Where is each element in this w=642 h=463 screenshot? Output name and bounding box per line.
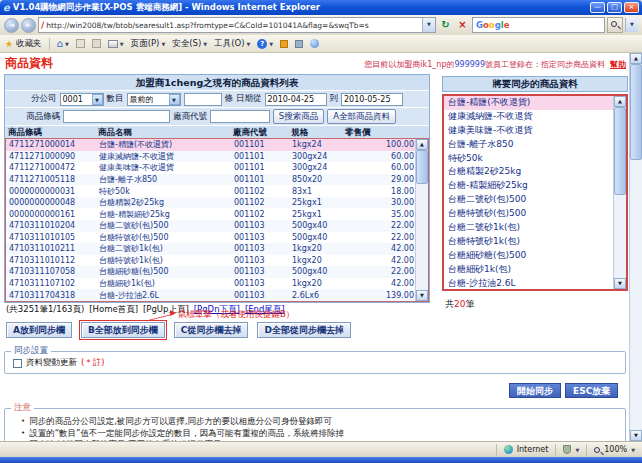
table-row[interactable]: 4710311010112台糖特號砂1k(包)0011031kgx2042.00 xyxy=(6,255,418,267)
product-spec: 2.6Lx6 xyxy=(289,291,343,300)
branch-select[interactable]: 0001 ▼ xyxy=(60,93,104,106)
product-name: 台糖特號砂1k(包) xyxy=(96,255,231,266)
feeds-icon[interactable] xyxy=(76,39,85,48)
sync-list-item[interactable]: 台糖二號砂(包)500 xyxy=(444,193,613,207)
menu-button[interactable]: 工具(O)▼ xyxy=(214,38,250,50)
favorites-button[interactable]: ★ 收藏夹 xyxy=(5,38,42,50)
column-header[interactable]: 零售價 xyxy=(342,126,417,138)
scrollbar-thumb[interactable] xyxy=(416,150,428,184)
sync-list-item[interactable]: 台糖-精製細砂25kg xyxy=(444,179,613,193)
address-field[interactable]: ∕ http://win2008/tw/btob/searesult1.asp?… xyxy=(38,17,436,33)
column-header[interactable]: 商品條碼 xyxy=(5,126,95,138)
barcode-input[interactable] xyxy=(63,110,170,123)
scroll-down-icon[interactable]: ▼ xyxy=(416,290,428,301)
column-header[interactable]: 商品名稱 xyxy=(95,126,230,138)
sync-button[interactable]: B全部放到同步欄 xyxy=(81,322,165,338)
scrollbar-track[interactable] xyxy=(630,160,642,430)
data-update-checkbox[interactable] xyxy=(13,359,22,368)
sync-list-item[interactable]: 台糖-沙拉油2.6L xyxy=(444,277,613,289)
sync-list-item[interactable]: 台糖二號砂1k(包) xyxy=(444,221,613,235)
sync-list-item[interactable]: 健康美味鹽-不收退貨 xyxy=(444,124,613,138)
maximize-button[interactable]: □ xyxy=(607,2,622,13)
scrollbar-track[interactable] xyxy=(416,184,428,290)
column-header[interactable]: 規格 xyxy=(288,126,342,138)
read-mail-icon[interactable] xyxy=(92,39,101,48)
close-button[interactable]: × xyxy=(624,2,639,13)
scrollbar-thumb[interactable] xyxy=(630,64,642,160)
sync-button[interactable]: D全部從同步欄去掉 xyxy=(257,322,350,338)
sync-button[interactable]: A放到同步欄 xyxy=(6,322,72,338)
forward-button[interactable]: ► xyxy=(21,18,36,33)
search-options-icon[interactable]: ▼ xyxy=(625,18,638,32)
table-row[interactable]: 4711271005118台鹽-離子水850001101850x2029.00 xyxy=(6,174,418,186)
scroll-up-icon[interactable]: ▲ xyxy=(614,96,626,107)
table-scrollbar[interactable]: ▲ ▼ xyxy=(415,139,428,301)
table-row[interactable]: 4710311107102台糖細砂1k(包)0011031kgx2042.00 xyxy=(6,278,418,290)
address-dropdown-icon[interactable]: ▼ xyxy=(422,18,435,32)
cancel-button[interactable]: ESC放棄 xyxy=(565,383,618,398)
refresh-button[interactable]: ↻ xyxy=(438,17,453,33)
count-input[interactable] xyxy=(184,93,222,106)
table-row[interactable]: 4710311704318台糖-沙拉油2.6L0011032.6Lx6139.0… xyxy=(6,289,418,301)
scroll-up-icon[interactable]: ▲ xyxy=(630,53,642,64)
table-row[interactable]: 4710311107058台糖細砂糖(包)500001103500gx4022.… xyxy=(6,266,418,278)
table-row[interactable]: 4710311010105台糖特號砂(包)500001103500gx4022.… xyxy=(6,232,418,244)
print-button[interactable]: ▼ xyxy=(108,40,124,48)
sync-list-item[interactable]: 台糖細砂1k(包) xyxy=(444,263,613,277)
table-row[interactable]: 4710311010204台糖二號砂(包)500001103500gx4022.… xyxy=(6,220,418,232)
scrollbar-thumb[interactable] xyxy=(614,107,626,195)
search-products-button[interactable]: S搜索商品 xyxy=(273,109,324,124)
product-barcode: 4710311010105 xyxy=(6,233,96,242)
vendor-input[interactable] xyxy=(210,110,269,123)
menu-button[interactable]: 页面(P)▼ xyxy=(131,38,166,50)
addon-icon[interactable] xyxy=(295,40,303,48)
home-button[interactable]: ⌂ ▼ xyxy=(57,38,69,50)
table-row[interactable]: 4711271000014台鹽-精鹽(不收退貨)0011011kgx24100.… xyxy=(6,139,418,151)
sync-list-scrollbar[interactable]: ▲ ▼ xyxy=(613,96,626,289)
table-row[interactable]: 0000000000161台糖-精製細砂25kg00110225kgx135.0… xyxy=(6,208,418,220)
minimize-button[interactable]: — xyxy=(590,2,605,13)
sync-list-item[interactable]: 台糖細砂糖(包)500 xyxy=(444,249,613,263)
scroll-down-icon[interactable]: ▼ xyxy=(614,278,626,289)
sync-list-item[interactable]: 台鹽-精鹽(不收退貨) xyxy=(444,96,613,110)
count-select[interactable]: 最前的 ▼ xyxy=(127,93,181,106)
back-button[interactable]: ◄ xyxy=(4,18,19,33)
search-button[interactable] xyxy=(607,17,623,33)
sync-list-item[interactable]: 健康減納鹽-不收退貨 xyxy=(444,110,613,124)
table-row[interactable]: 0000000000031特砂50k00110283x118.00 xyxy=(6,185,418,197)
sync-list-item[interactable]: 特砂50k xyxy=(444,152,613,166)
sync-button[interactable]: C從同步欄去掉 xyxy=(174,322,249,338)
scrollbar-track[interactable] xyxy=(614,195,626,278)
scroll-up-icon[interactable]: ▲ xyxy=(416,139,428,150)
addon-icon[interactable] xyxy=(310,39,319,48)
scroll-down-icon[interactable]: ▼ xyxy=(630,430,642,441)
menu-button[interactable]: 安全(S)▼ xyxy=(172,38,207,50)
product-name: 台糖-沙拉油2.6L xyxy=(96,290,231,301)
table-row[interactable]: 4710311010211台糖二號砂1k(包)0011031kgx2042.00 xyxy=(6,243,418,255)
all-products-button[interactable]: A全部商品資料 xyxy=(327,109,396,124)
sync-listbox[interactable]: 台鹽-精鹽(不收退貨)健康減納鹽-不收退貨健康美味鹽-不收退貨台鹽-離子水850… xyxy=(442,94,628,291)
sync-list-item[interactable]: 台鹽-離子水850 xyxy=(444,138,613,152)
help-link[interactable]: 幫助 xyxy=(610,60,626,69)
help-button[interactable]: ? ▼ xyxy=(257,39,273,49)
help-icon: ? xyxy=(257,39,267,49)
sync-list-item[interactable]: 台糖特號砂(包)500 xyxy=(444,207,613,221)
table-row[interactable]: 4711271000090健康減納鹽-不收退貨001101300gx2460.0… xyxy=(6,151,418,163)
date-to-input[interactable]: 2010-05-25 xyxy=(341,93,403,106)
stop-button[interactable]: × xyxy=(455,17,470,33)
sync-list-item[interactable]: 台糖精製2砂25kg xyxy=(444,165,613,179)
date-from-input[interactable]: 2010-04-25 xyxy=(265,93,327,106)
column-header[interactable]: 廠商代號 xyxy=(230,126,288,138)
internet-zone-icon xyxy=(504,445,513,454)
table-row[interactable]: 0000000000048台糖精製2砂25kg00110225kgx130.00 xyxy=(6,197,418,209)
pagination-link[interactable]: [Home首頁] xyxy=(89,304,138,316)
page-scrollbar[interactable]: ▲ ▼ xyxy=(629,53,642,441)
zoom-control[interactable]: 100% ▼ xyxy=(586,444,642,456)
employee-number: 999999 xyxy=(454,60,485,69)
search-input[interactable]: Google xyxy=(472,17,605,33)
sync-list-item[interactable]: 台糖特號砂1k(包) xyxy=(444,235,613,249)
addon-icon[interactable] xyxy=(280,40,288,48)
start-sync-button[interactable]: 開始同步 xyxy=(509,383,561,398)
protected-mode-zone[interactable]: ▼ xyxy=(555,444,586,456)
table-row[interactable]: 4711271000472健康美味鹽-不收退貨001101300gx2460.0… xyxy=(6,162,418,174)
